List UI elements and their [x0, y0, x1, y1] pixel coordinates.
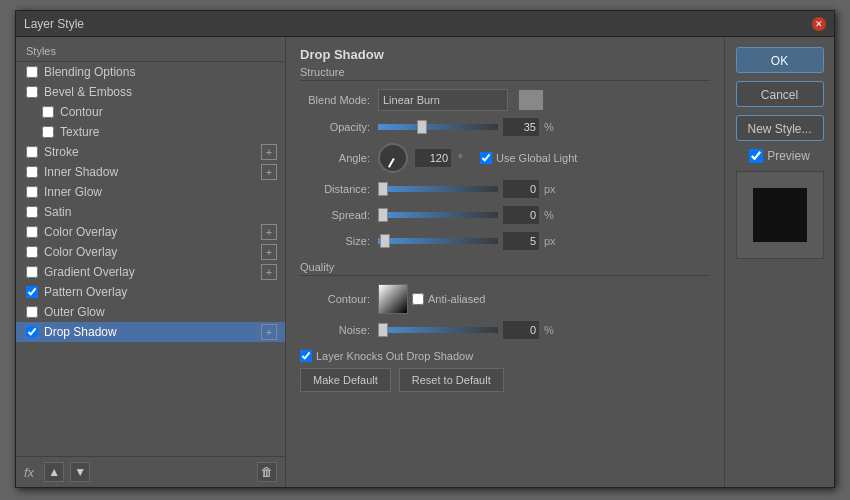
- plus-btn-gradient-overlay[interactable]: +: [261, 264, 277, 280]
- options-footer: Layer Knocks Out Drop Shadow Make Defaul…: [300, 350, 710, 392]
- checkbox-inner-glow[interactable]: [26, 186, 38, 198]
- opacity-input[interactable]: [502, 117, 540, 137]
- sidebar-item-pattern-overlay[interactable]: Pattern Overlay: [16, 282, 285, 302]
- global-light-checkbox[interactable]: [480, 152, 492, 164]
- sidebar-item-outer-glow[interactable]: Outer Glow: [16, 302, 285, 322]
- checkbox-bevel-emboss[interactable]: [26, 86, 38, 98]
- anti-aliased-label[interactable]: Anti-aliased: [412, 293, 485, 305]
- spread-row: Spread: %: [300, 205, 710, 225]
- ok-button[interactable]: OK: [736, 47, 824, 73]
- noise-slider[interactable]: [378, 327, 498, 333]
- plus-btn-color-overlay2[interactable]: +: [261, 244, 277, 260]
- sidebar-item-gradient-overlay[interactable]: Gradient Overlay+: [16, 262, 285, 282]
- plus-btn-drop-shadow[interactable]: +: [261, 324, 277, 340]
- distance-row: Distance: px: [300, 179, 710, 199]
- new-style-button[interactable]: New Style...: [736, 115, 824, 141]
- close-button[interactable]: ✕: [812, 17, 826, 31]
- noise-container: %: [378, 320, 560, 340]
- distance-input[interactable]: [502, 179, 540, 199]
- sidebar-item-stroke[interactable]: Stroke+: [16, 142, 285, 162]
- noise-input[interactable]: [502, 320, 540, 340]
- delete-button[interactable]: 🗑: [257, 462, 277, 482]
- sidebar-item-bevel-emboss[interactable]: Bevel & Emboss: [16, 82, 285, 102]
- contour-row: Contour: Anti-aliased: [300, 284, 710, 314]
- layer-knocks-label[interactable]: Layer Knocks Out Drop Shadow: [300, 350, 710, 362]
- color-swatch[interactable]: [518, 89, 544, 111]
- size-unit: px: [544, 235, 560, 247]
- checkbox-outer-glow[interactable]: [26, 306, 38, 318]
- make-default-button[interactable]: Make Default: [300, 368, 391, 392]
- size-row: Size: px: [300, 231, 710, 251]
- right-panel: OK Cancel New Style... Preview: [724, 37, 834, 487]
- label-contour: Contour: [60, 105, 103, 119]
- btn-row: Make Default Reset to Default: [300, 368, 710, 392]
- checkbox-color-overlay[interactable]: [26, 226, 38, 238]
- label-texture: Texture: [60, 125, 99, 139]
- sidebar-item-blending-options[interactable]: Blending Options: [16, 62, 285, 82]
- opacity-unit: %: [544, 121, 560, 133]
- label-color-overlay2: Color Overlay: [44, 245, 117, 259]
- preview-checkbox[interactable]: [749, 149, 763, 163]
- sidebar-item-inner-shadow[interactable]: Inner Shadow+: [16, 162, 285, 182]
- global-light-text: Use Global Light: [496, 152, 577, 164]
- distance-container: px: [378, 179, 560, 199]
- label-satin: Satin: [44, 205, 71, 219]
- distance-slider[interactable]: [378, 186, 498, 192]
- sidebar-item-inner-glow[interactable]: Inner Glow: [16, 182, 285, 202]
- cancel-button[interactable]: Cancel: [736, 81, 824, 107]
- reset-default-button[interactable]: Reset to Default: [399, 368, 504, 392]
- sidebar-item-color-overlay2[interactable]: Color Overlay+: [16, 242, 285, 262]
- sidebar-item-color-overlay[interactable]: Color Overlay+: [16, 222, 285, 242]
- angle-container: ° Use Global Light: [378, 143, 577, 173]
- spread-unit: %: [544, 209, 560, 221]
- checkbox-blending-options[interactable]: [26, 66, 38, 78]
- plus-btn-color-overlay[interactable]: +: [261, 224, 277, 240]
- checkbox-color-overlay2[interactable]: [26, 246, 38, 258]
- blend-mode-select[interactable]: NormalDissolveMultiplyScreenOverlayLinea…: [378, 89, 508, 111]
- spread-input[interactable]: [502, 205, 540, 225]
- angle-dial[interactable]: [378, 143, 408, 173]
- sidebar-item-contour[interactable]: Contour: [16, 102, 285, 122]
- angle-row: Angle: ° Use Global Light: [300, 143, 710, 173]
- sidebar-item-satin[interactable]: Satin: [16, 202, 285, 222]
- checkbox-drop-shadow[interactable]: [26, 326, 38, 338]
- opacity-slider[interactable]: [378, 124, 498, 130]
- quality-section: Quality Contour: Anti-aliased: [300, 261, 710, 340]
- checkbox-gradient-overlay[interactable]: [26, 266, 38, 278]
- checkbox-pattern-overlay[interactable]: [26, 286, 38, 298]
- noise-unit: %: [544, 324, 560, 336]
- contour-label: Contour:: [300, 293, 370, 305]
- preview-label[interactable]: Preview: [749, 149, 810, 163]
- opacity-row: Opacity: %: [300, 117, 710, 137]
- checkbox-satin[interactable]: [26, 206, 38, 218]
- blend-mode-label: Blend Mode:: [300, 94, 370, 106]
- noise-label: Noise:: [300, 324, 370, 336]
- fx-label: fx: [24, 465, 34, 480]
- angle-input[interactable]: [414, 148, 452, 168]
- size-slider[interactable]: [378, 238, 498, 244]
- size-label: Size:: [300, 235, 370, 247]
- layer-style-dialog: Layer Style ✕ Styles Blending OptionsBev…: [15, 10, 835, 488]
- opacity-label: Opacity:: [300, 121, 370, 133]
- spread-slider[interactable]: [378, 212, 498, 218]
- label-pattern-overlay: Pattern Overlay: [44, 285, 127, 299]
- noise-row: Noise: %: [300, 320, 710, 340]
- plus-btn-stroke[interactable]: +: [261, 144, 277, 160]
- checkbox-inner-shadow[interactable]: [26, 166, 38, 178]
- anti-aliased-checkbox[interactable]: [412, 293, 424, 305]
- checkbox-contour[interactable]: [42, 106, 54, 118]
- sidebar-item-texture[interactable]: Texture: [16, 122, 285, 142]
- plus-btn-inner-shadow[interactable]: +: [261, 164, 277, 180]
- sidebar-item-drop-shadow[interactable]: Drop Shadow+: [16, 322, 285, 342]
- global-light-label[interactable]: Use Global Light: [480, 152, 577, 164]
- size-input[interactable]: [502, 231, 540, 251]
- down-button[interactable]: ▼: [70, 462, 90, 482]
- blend-mode-row: Blend Mode: NormalDissolveMultiplyScreen…: [300, 89, 710, 111]
- up-button[interactable]: ▲: [44, 462, 64, 482]
- label-color-overlay: Color Overlay: [44, 225, 117, 239]
- layer-knocks-checkbox[interactable]: [300, 350, 312, 362]
- checkbox-stroke[interactable]: [26, 146, 38, 158]
- label-inner-shadow: Inner Shadow: [44, 165, 118, 179]
- checkbox-texture[interactable]: [42, 126, 54, 138]
- label-stroke: Stroke: [44, 145, 79, 159]
